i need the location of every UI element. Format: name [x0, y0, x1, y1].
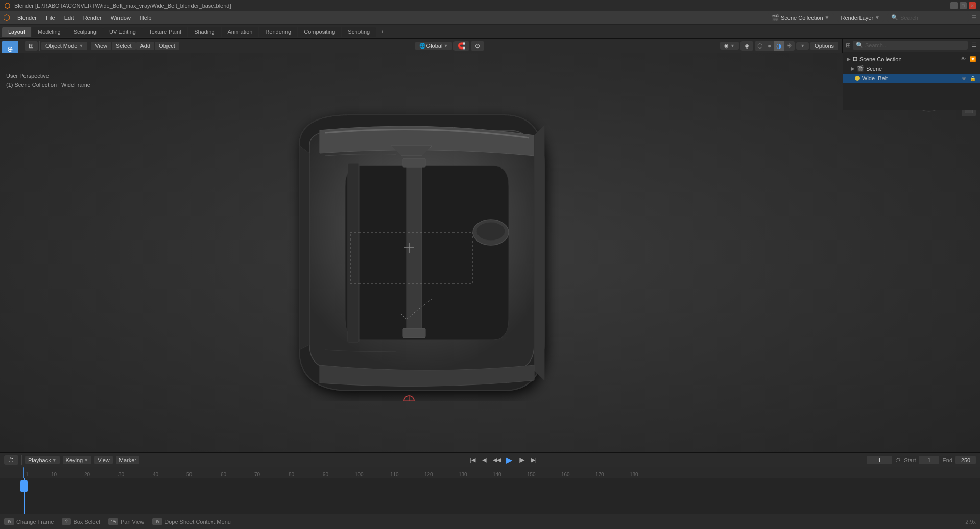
transport-controls: |◀ ◀| ◀◀ ▶ |▶ ▶|	[467, 454, 539, 466]
tab-scripting[interactable]: Scripting	[342, 27, 376, 37]
solid-mode-btn[interactable]: ●	[765, 41, 774, 51]
shift-indicator: ⇧	[62, 518, 71, 525]
outliner-area: ⊞ 🔍 Search... ☰ ▶ ⊞ Scene Collection 👁 🔽	[843, 39, 980, 110]
collection-wide-belt[interactable]: Wide_Belt 👁 🔒	[843, 74, 980, 83]
3d-object	[258, 105, 565, 401]
menu-blender[interactable]: Blender	[13, 14, 41, 22]
scene-header[interactable]: ▶ 🎬 Scene	[843, 64, 980, 74]
play-reverse-btn[interactable]: ◀◀	[491, 454, 503, 466]
header-separator-2	[89, 41, 89, 51]
wireframe-mode-btn[interactable]: ⬡	[755, 41, 765, 51]
tab-modeling[interactable]: Modeling	[32, 27, 67, 37]
scene-collection: ▶ ⊞ Scene Collection 👁 🔽 ▶ 🎬 Scene Wide_…	[843, 52, 980, 85]
collection-dot	[855, 76, 860, 81]
svg-point-20	[476, 222, 505, 241]
minimize-btn[interactable]: ─	[950, 2, 958, 9]
add-workspace-btn[interactable]: +	[376, 27, 388, 37]
menu-window[interactable]: Window	[107, 14, 135, 22]
status-bar: 🖱 Change Frame ⇧ Box Select 🖲 Pan View 🖱…	[0, 514, 980, 529]
filter-icon[interactable]: ☰	[972, 14, 977, 21]
blender-logo: ⬡	[4, 2, 10, 10]
menu-help[interactable]: Help	[136, 14, 156, 22]
viewport-shading-options[interactable]: ▼	[796, 42, 809, 50]
timeline-content[interactable]	[0, 478, 980, 514]
outliner-search[interactable]: 🔍 Search...	[853, 41, 968, 50]
rendered-mode-btn[interactable]: ☀	[784, 41, 795, 51]
close-btn[interactable]: ✕	[969, 2, 976, 9]
scene-collection-header[interactable]: ▶ ⊞ Scene Collection 👁 🔽	[843, 54, 980, 64]
tab-animation[interactable]: Animation	[222, 27, 259, 37]
end-frame-input[interactable]: 250	[955, 456, 976, 464]
svg-rect-8	[403, 158, 425, 167]
menu-bar: ⬡ Blender File Edit Render Window Help 🎬…	[0, 11, 980, 25]
current-frame-input[interactable]: 1	[867, 456, 892, 464]
add-menu[interactable]: Add	[136, 42, 155, 50]
tab-sculpting[interactable]: Sculpting	[67, 27, 103, 37]
tab-compositing[interactable]: Compositing	[298, 27, 341, 37]
timeline-ruler[interactable]: 1 10 20 30 40 50 60 70 80 90 100 110 120…	[0, 467, 980, 478]
tl-view-menu[interactable]: View	[94, 456, 113, 464]
outliner-header: ⊞ 🔍 Search... ☰	[843, 39, 980, 52]
mmb-indicator: 🖲	[108, 518, 118, 525]
menu-render[interactable]: Render	[79, 14, 106, 22]
blender-version: 2.9x	[965, 519, 976, 525]
svg-rect-9	[403, 328, 425, 338]
snap-btn[interactable]: 🧲	[453, 41, 469, 51]
step-back-btn[interactable]: ◀|	[479, 454, 490, 466]
play-btn[interactable]: ▶	[504, 454, 515, 466]
overlays-btn[interactable]: ◉ ▼	[720, 42, 739, 50]
main-layout: ⊕ ↔ ↻ ⤡ ⊞ ✏ 📐 ⬜ ⊞ Object Mode ▼ Vi	[0, 39, 980, 452]
jump-start-btn[interactable]: |◀	[467, 454, 478, 466]
tab-layout[interactable]: Layout	[2, 27, 31, 37]
timeline-editor-type[interactable]: ⏱	[4, 455, 18, 465]
tab-texture-paint[interactable]: Texture Paint	[142, 27, 187, 37]
current-frame-marker	[23, 467, 24, 478]
view-menu[interactable]: View	[91, 42, 111, 50]
mode-selector[interactable]: Object Mode ▼	[41, 42, 87, 50]
window-title: Blender [E:\RABOTA\CONVERT\Wide_Belt_max…	[14, 3, 950, 9]
status-box-select: ⇧ Box Select	[62, 518, 100, 525]
step-forward-btn[interactable]: |▶	[516, 454, 527, 466]
status-change-frame: 🖱 Change Frame	[4, 518, 54, 525]
menu-edit[interactable]: Edit	[60, 14, 78, 22]
editor-type-menu[interactable]: ⊞	[25, 41, 38, 51]
global-search[interactable]: 🔍 Search	[887, 13, 969, 22]
status-pan-view: 🖲 Pan View	[108, 518, 144, 525]
frame-controls: 1 ⏱ Start 1 End 250	[867, 456, 976, 464]
window-controls: ─ □ ✕	[950, 2, 976, 9]
material-preview-btn[interactable]: ◑	[774, 41, 784, 51]
tl-separator	[21, 455, 22, 465]
tab-shading[interactable]: Shading	[188, 27, 221, 37]
svg-rect-10	[348, 163, 359, 342]
render-layer-selector[interactable]: RenderLayer ▼	[837, 14, 885, 22]
header-separator-1	[39, 41, 40, 51]
maximize-btn[interactable]: □	[960, 2, 967, 9]
keying-menu[interactable]: Keying ▼	[63, 456, 92, 464]
xray-btn[interactable]: ◈	[740, 41, 753, 51]
status-context-menu: 🖱 Dope Sheet Context Menu	[152, 518, 231, 525]
viewport-header: ⊞ Object Mode ▼ View Select Add Object 🌐…	[20, 39, 842, 53]
proportional-edit-btn[interactable]: ⊙	[471, 41, 484, 51]
blender-icon: ⬡	[3, 13, 10, 22]
tab-rendering[interactable]: Rendering	[259, 27, 297, 37]
viewport-grid	[20, 53, 153, 130]
marker-menu[interactable]: Marker	[116, 456, 139, 464]
viewport-canvas[interactable]: User Perspective (1) Scene Collection | …	[20, 53, 842, 452]
title-bar: ⬡ Blender [E:\RABOTA\CONVERT\Wide_Belt_m…	[0, 0, 980, 11]
workspace-tabs: Layout Modeling Sculpting UV Editing Tex…	[0, 25, 980, 39]
global-selector[interactable]: 🌐 Global ▼	[415, 42, 452, 50]
tab-uv-editing[interactable]: UV Editing	[103, 27, 142, 37]
viewport-info: User Perspective (1) Scene Collection | …	[20, 71, 90, 89]
jump-end-btn[interactable]: ▶|	[528, 454, 539, 466]
rmb-indicator: 🖱	[152, 518, 162, 525]
timeline-frame-marker[interactable]	[20, 480, 28, 492]
options-menu[interactable]: Options	[810, 42, 838, 50]
lmb-indicator: 🖱	[4, 518, 14, 525]
start-frame-input[interactable]: 1	[919, 456, 939, 464]
filter-icon[interactable]: ☰	[972, 42, 977, 49]
scene-selector[interactable]: 🎬 Scene Collection ▼	[768, 13, 833, 22]
menu-file[interactable]: File	[42, 14, 59, 22]
playback-menu[interactable]: Playback ▼	[25, 456, 60, 464]
select-menu[interactable]: Select	[112, 42, 136, 50]
object-menu[interactable]: Object	[155, 42, 179, 50]
